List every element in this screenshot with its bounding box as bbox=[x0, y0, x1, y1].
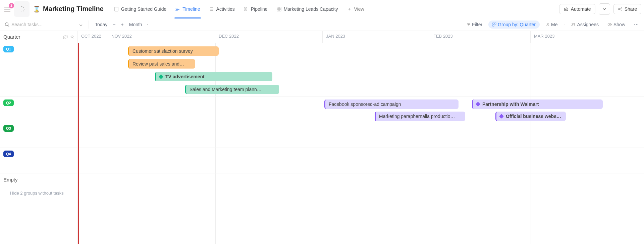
page-title[interactable]: Marketing Timeline bbox=[43, 5, 104, 13]
eye-off-icon[interactable] bbox=[63, 35, 68, 39]
svg-point-7 bbox=[20, 7, 20, 7]
share-label: Share bbox=[625, 6, 637, 12]
dot-separator: · bbox=[564, 22, 565, 27]
tab-timeline[interactable]: Timeline bbox=[171, 4, 204, 14]
svg-rect-13 bbox=[277, 9, 279, 11]
automate-label: Automate bbox=[571, 6, 591, 12]
month-header: OCT 2022 bbox=[78, 31, 108, 43]
group-badge: Q1 bbox=[3, 46, 14, 52]
group-badge: Q4 bbox=[3, 151, 14, 157]
today-button[interactable]: Today bbox=[92, 21, 110, 29]
list-icon bbox=[209, 6, 214, 12]
assignees-button[interactable]: Assignees bbox=[568, 21, 601, 29]
zoom-in-button[interactable]: + bbox=[118, 21, 126, 29]
show-button[interactable]: Show bbox=[605, 21, 628, 29]
task-bar[interactable]: Partnership with Walmart bbox=[472, 99, 603, 109]
add-view-button[interactable]: + View bbox=[343, 4, 368, 14]
month-header: DEC 2022 bbox=[215, 31, 323, 43]
group-by-button[interactable]: Group by: Quarter bbox=[488, 21, 540, 29]
lane-q4 bbox=[78, 148, 644, 173]
svg-point-20 bbox=[621, 10, 622, 11]
scale-dropdown[interactable]: Month bbox=[126, 21, 152, 29]
tab-pipeline[interactable]: Pipeline bbox=[239, 4, 272, 14]
task-bar[interactable]: TV advertisement bbox=[155, 72, 272, 81]
task-bar[interactable]: Facebook sponsored-ad campaign bbox=[324, 99, 459, 109]
group-row-q4[interactable]: Q4 bbox=[0, 148, 77, 173]
collapse-all-icon[interactable] bbox=[70, 35, 74, 39]
task-bar[interactable]: Review past sales and… bbox=[128, 59, 195, 69]
svg-rect-23 bbox=[495, 23, 496, 24]
lane-empty bbox=[78, 173, 644, 190]
group-row-empty[interactable]: Empty bbox=[0, 173, 77, 186]
workspace-button[interactable] bbox=[14, 1, 30, 17]
task-label: TV advertisement bbox=[165, 74, 205, 79]
me-button[interactable]: Me bbox=[543, 21, 560, 29]
hourglass-icon: ⌛ bbox=[33, 5, 40, 13]
share-icon bbox=[618, 7, 623, 11]
automate-dropdown[interactable] bbox=[599, 3, 610, 15]
task-bar[interactable]: Customer satisfaction survey bbox=[128, 46, 219, 56]
svg-point-28 bbox=[609, 24, 610, 25]
svg-rect-8 bbox=[115, 7, 118, 11]
add-view-label: View bbox=[354, 6, 364, 12]
task-bar[interactable]: Sales and Marketing team plann… bbox=[185, 85, 279, 94]
capacity-icon bbox=[276, 6, 282, 12]
svg-point-2 bbox=[24, 8, 25, 9]
hide-empty-groups-link[interactable]: Hide 2 groups without tasks bbox=[0, 186, 77, 200]
notification-badge: 2 bbox=[9, 3, 14, 8]
tab-label: Marketing Leads Capacity bbox=[284, 6, 338, 12]
month-header: FEB 2023 bbox=[430, 31, 531, 43]
svg-point-6 bbox=[19, 9, 19, 9]
task-label: Official business webs… bbox=[506, 114, 561, 119]
lane-q3 bbox=[78, 122, 644, 148]
group-by-label: Group by: Quarter bbox=[498, 22, 536, 27]
svg-rect-12 bbox=[279, 7, 281, 9]
separator bbox=[89, 21, 89, 29]
svg-rect-24 bbox=[493, 25, 494, 26]
group-badge: Q2 bbox=[3, 99, 14, 106]
person-icon bbox=[546, 23, 550, 27]
robot-icon bbox=[564, 6, 569, 12]
diamond-icon bbox=[476, 102, 480, 107]
pipeline-icon bbox=[244, 6, 249, 12]
svg-point-1 bbox=[23, 7, 24, 8]
me-label: Me bbox=[551, 22, 557, 27]
task-bar[interactable]: Official business webs… bbox=[495, 112, 566, 121]
search-dropdown[interactable] bbox=[76, 22, 85, 27]
diamond-icon bbox=[499, 114, 504, 119]
more-button[interactable]: ⋯ bbox=[631, 21, 641, 29]
filter-button[interactable]: Filter bbox=[464, 21, 485, 29]
tab-label: Timeline bbox=[182, 6, 200, 12]
timeline-icon bbox=[175, 6, 180, 12]
group-row-q2[interactable]: Q2 bbox=[0, 97, 77, 122]
share-button[interactable]: Share bbox=[613, 4, 641, 14]
automate-button[interactable]: Automate bbox=[559, 4, 595, 14]
lane-q2: Facebook sponsored-ad campaign Partnersh… bbox=[78, 97, 644, 122]
group-badge: Q3 bbox=[3, 125, 14, 132]
svg-point-0 bbox=[21, 6, 22, 7]
search-input[interactable] bbox=[11, 22, 74, 27]
filter-icon bbox=[467, 23, 471, 27]
plus-icon: + bbox=[347, 6, 352, 12]
today-marker bbox=[78, 43, 79, 244]
chevron-down-icon bbox=[146, 24, 149, 25]
svg-point-17 bbox=[567, 9, 567, 10]
svg-rect-15 bbox=[565, 8, 568, 11]
group-row-q3[interactable]: Q3 bbox=[0, 122, 77, 148]
svg-point-4 bbox=[21, 11, 22, 12]
month-header: NOV 2022 bbox=[108, 31, 215, 43]
zoom-out-button[interactable]: − bbox=[110, 21, 118, 29]
filter-label: Filter bbox=[472, 22, 482, 27]
group-row-q1[interactable]: Q1 bbox=[0, 43, 77, 97]
menu-button[interactable]: 2 bbox=[3, 4, 12, 14]
people-icon bbox=[571, 23, 576, 27]
tab-getting-started[interactable]: Getting Started Guide bbox=[110, 4, 170, 14]
tab-leads-capacity[interactable]: Marketing Leads Capacity bbox=[272, 4, 342, 14]
task-bar[interactable]: Marketing paraphernalia productio… bbox=[375, 112, 465, 121]
group-field-label[interactable]: Quarter bbox=[3, 34, 20, 40]
tab-activities[interactable]: Activities bbox=[205, 4, 239, 14]
assignees-label: Assignees bbox=[577, 22, 599, 27]
chevron-down-icon bbox=[603, 8, 606, 10]
svg-rect-10 bbox=[246, 7, 247, 11]
svg-rect-9 bbox=[244, 7, 245, 11]
